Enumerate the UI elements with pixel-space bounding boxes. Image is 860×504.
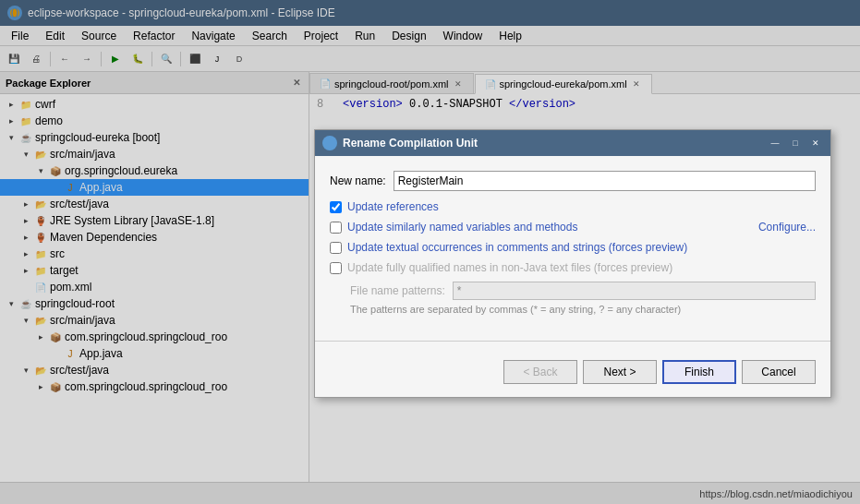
modal-maximize-btn[interactable]: □ [788, 136, 803, 150]
modal-close-btn[interactable]: ✕ [808, 136, 823, 150]
checkbox-row-2: Update textual occurrences in comments a… [330, 241, 816, 254]
checkbox-update-refs[interactable] [330, 201, 342, 213]
configure-link[interactable]: Configure... [758, 221, 816, 234]
hint-text: The patterns are separated by commas (* … [330, 304, 816, 315]
checkbox-row-1: Update similarly named variables and met… [330, 221, 816, 234]
modal-body: New name: Update references Update simil… [315, 156, 830, 330]
checkbox-update-qualified[interactable] [330, 262, 342, 274]
file-pattern-label: File name patterns: [350, 284, 445, 297]
next-button[interactable]: Next > [583, 360, 657, 384]
modal-separator [315, 341, 830, 342]
checkbox-update-textual[interactable] [330, 242, 342, 254]
modal-footer: < Back Next > Finish Cancel [315, 353, 830, 397]
finish-button[interactable]: Finish [662, 360, 736, 384]
modal-titlebar: Rename Compilation Unit — □ ✕ [315, 130, 830, 156]
checkbox-label-update-refs[interactable]: Update references [347, 200, 439, 213]
new-name-row: New name: [330, 171, 816, 191]
checkbox-label-update-textual[interactable]: Update textual occurrences in comments a… [347, 241, 687, 254]
modal-minimize-btn[interactable]: — [768, 136, 782, 150]
checkbox-update-similar[interactable] [330, 222, 342, 234]
modal-overlay: Rename Compilation Unit — □ ✕ New name: … [0, 0, 860, 504]
file-pattern-row: File name patterns: [330, 282, 816, 300]
checkbox-row-0: Update references [330, 200, 816, 213]
checkbox-row-3: Update fully qualified names in non-Java… [330, 261, 816, 274]
modal-title-icon [322, 136, 337, 150]
modal-title-text: Rename Compilation Unit [343, 137, 762, 150]
checkbox-label-update-similar[interactable]: Update similarly named variables and met… [347, 221, 577, 234]
new-name-input[interactable] [394, 171, 816, 191]
rename-dialog: Rename Compilation Unit — □ ✕ New name: … [314, 129, 831, 398]
file-pattern-input [453, 282, 816, 300]
back-button[interactable]: < Back [503, 360, 577, 384]
new-name-label: New name: [330, 174, 386, 187]
cancel-button[interactable]: Cancel [742, 360, 816, 384]
checkbox-label-update-qualified[interactable]: Update fully qualified names in non-Java… [347, 261, 672, 274]
